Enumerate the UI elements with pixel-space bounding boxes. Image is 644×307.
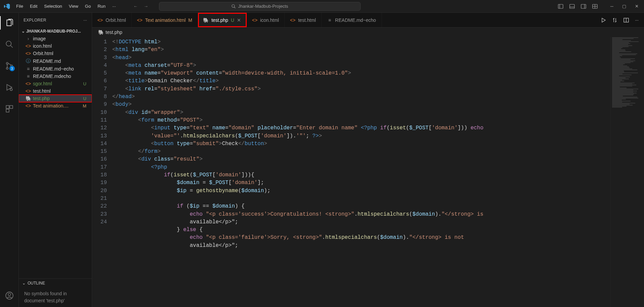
tab-label: test.html [298, 17, 316, 23]
info-icon: ⓘ [26, 58, 31, 64]
layout-primary-icon[interactable] [558, 4, 563, 9]
svg-rect-10 [6, 105, 9, 108]
svg-point-5 [6, 41, 11, 46]
activity-extensions[interactable] [0, 102, 19, 116]
file-name: sgor.html [33, 81, 52, 86]
outline-header[interactable]: ⌄ OUTLINE [19, 279, 92, 288]
svg-point-6 [6, 62, 8, 64]
file-Text animation....[interactable]: <>Text animation....M [19, 102, 92, 109]
html-icon: <> [26, 81, 31, 86]
breadcrumb[interactable]: 🐘 test.php [92, 28, 644, 37]
activity-explorer[interactable] [0, 16, 19, 30]
menu-bar: FileEditSelectionViewGoRun··· [13, 2, 119, 11]
svg-rect-1 [558, 4, 563, 8]
html-icon: <> [26, 103, 31, 108]
tab-Text animation.html[interactable]: <>Text animation.htmlM [132, 13, 198, 27]
file-icon: ≡ [327, 17, 332, 23]
file-status: M [83, 103, 89, 108]
activity-search[interactable] [0, 38, 19, 51]
activity-source-control[interactable]: 3 [0, 59, 19, 73]
sidebar: EXPLORER ··· ⌄ JHANKAR-MADBUB-PROJ... ›i… [19, 13, 92, 307]
tab-icon.html[interactable]: <>icon.html [247, 13, 285, 27]
layout-custom-icon[interactable] [592, 4, 598, 9]
file-README.md[interactable]: ⓘREADME.md [19, 57, 92, 65]
file-README.md~echo[interactable]: ≡README.md~echo [19, 65, 92, 73]
code-content[interactable]: <!DOCTYPE html><html lang="en"><head> <m… [112, 37, 610, 307]
tab-label: Text animation.html [145, 17, 186, 23]
menu-run[interactable]: Run [94, 2, 109, 11]
outline-title: OUTLINE [28, 281, 45, 286]
html-icon: <> [97, 17, 103, 23]
search-icon [231, 4, 236, 9]
window-close-icon[interactable]: ✕ [635, 4, 639, 9]
tab-Orbit.html[interactable]: <>Orbit.html [92, 13, 132, 27]
svg-rect-11 [10, 105, 13, 108]
menu-···[interactable]: ··· [109, 2, 119, 11]
tab-README.md~echo[interactable]: ≡README.md~echo [322, 13, 382, 27]
file-name: README.mdecho [33, 74, 71, 79]
menu-selection[interactable]: Selection [41, 2, 65, 11]
file-image[interactable]: ›image [19, 35, 92, 42]
nav-forward-icon[interactable]: → [144, 4, 148, 9]
split-icon[interactable] [623, 17, 629, 23]
nav-arrows: ← → [133, 4, 148, 9]
tab-test.php[interactable]: 🐘test.phpU✕ [198, 13, 247, 27]
html-icon: <> [137, 17, 143, 23]
outline-section: ⌄ OUTLINE No symbols found in document '… [19, 278, 92, 307]
file-test.html[interactable]: <>test.html [19, 87, 92, 95]
window-minimize-icon[interactable]: ─ [610, 4, 613, 9]
file-test.php[interactable]: 🐘test.phpU [19, 95, 92, 102]
run-icon[interactable] [601, 17, 606, 23]
file-Orbit.html[interactable]: <>Orbit.html [19, 50, 92, 57]
tab-label: icon.html [260, 17, 279, 23]
sidebar-header: EXPLORER ··· [19, 13, 92, 28]
more-icon[interactable]: ··· [83, 18, 87, 23]
more-icon[interactable]: ··· [635, 17, 639, 23]
file-icon.html[interactable]: <>icon.html [19, 42, 92, 50]
file-README.mdecho[interactable]: ≡README.mdecho [19, 73, 92, 80]
svg-point-14 [8, 293, 11, 296]
file-name: test.html [33, 88, 51, 94]
minimap[interactable] [610, 37, 644, 307]
menu-go[interactable]: Go [82, 2, 94, 11]
diff-icon[interactable] [612, 17, 617, 23]
tab-bar: <>Orbit.html<>Text animation.htmlM🐘test.… [92, 13, 644, 28]
file-icon: ≡ [26, 74, 31, 79]
sidebar-title: EXPLORER [24, 18, 46, 23]
search-label: Jhankar-Madbub-Projects [238, 4, 288, 9]
svg-point-9 [10, 88, 12, 91]
chevron-down-icon: ⌄ [22, 29, 25, 34]
menu-view[interactable]: View [66, 2, 82, 11]
project-name: JHANKAR-MADBUB-PROJ... [26, 29, 81, 34]
nav-back-icon[interactable]: ← [133, 4, 138, 9]
chevron-down-icon: ⌄ [22, 281, 26, 286]
activity-run-debug[interactable] [0, 81, 19, 94]
svg-rect-3 [581, 4, 586, 8]
php-icon: 🐘 [98, 30, 104, 35]
project-header[interactable]: ⌄ JHANKAR-MADBUB-PROJ... [19, 28, 92, 35]
activity-accounts[interactable] [0, 289, 19, 302]
html-icon: <> [26, 43, 31, 49]
svg-rect-2 [570, 4, 574, 8]
activity-bar: 3 [0, 13, 19, 307]
command-center-search[interactable]: Jhankar-Madbub-Projects [159, 2, 361, 11]
outline-message: No symbols found in document 'test.php' [19, 288, 92, 307]
menu-file[interactable]: File [13, 2, 27, 11]
file-name: Text animation.... [33, 103, 69, 108]
file-name: README.md~echo [33, 66, 74, 72]
svg-rect-12 [6, 109, 9, 112]
html-icon: <> [252, 17, 257, 23]
menu-edit[interactable]: Edit [27, 2, 41, 11]
breadcrumb-file: test.php [106, 30, 122, 35]
svg-point-0 [232, 4, 235, 7]
window-maximize-icon[interactable]: ▢ [622, 4, 626, 9]
layout-secondary-icon[interactable] [581, 4, 586, 9]
tab-test.html[interactable]: <>test.html [285, 13, 322, 27]
tab-badge: U [231, 17, 234, 23]
code-area[interactable]: 123456789101112131415161718192021222324 … [92, 37, 644, 307]
html-icon: <> [26, 88, 31, 94]
vscode-logo-icon [2, 3, 12, 10]
layout-panel-icon[interactable] [569, 4, 575, 9]
close-icon[interactable]: ✕ [237, 17, 241, 23]
file-sgor.html[interactable]: <>sgor.htmlU [19, 80, 92, 87]
